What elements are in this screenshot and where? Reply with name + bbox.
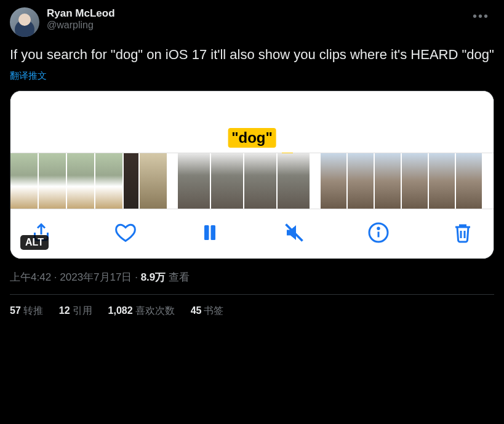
search-tag: "dog" xyxy=(228,128,276,148)
bookmarks-label: 书签 xyxy=(204,305,223,316)
clip-group-2[interactable] xyxy=(178,153,310,209)
video-frame xyxy=(95,153,122,209)
quotes-label: 引用 xyxy=(73,305,92,316)
avatar[interactable] xyxy=(10,7,39,37)
bookmarks-num: 45 xyxy=(191,305,202,316)
video-frame xyxy=(67,153,94,209)
mute-icon[interactable] xyxy=(282,220,306,245)
video-frame xyxy=(321,153,346,209)
date[interactable]: 2023年7月17日 xyxy=(60,271,132,283)
tweet-container: Ryan McLeod @warpling ••• If you search … xyxy=(0,0,504,325)
pause-icon[interactable] xyxy=(198,220,222,245)
video-frame xyxy=(402,153,428,209)
tweet-text: If you search for "dog" on iOS 17 it'll … xyxy=(10,46,494,64)
likes-label: 喜欢次数 xyxy=(135,305,175,316)
user-block: Ryan McLeod @warpling xyxy=(47,7,460,31)
retweets-num: 57 xyxy=(10,305,21,316)
clip-group-3[interactable] xyxy=(321,153,482,209)
info-icon[interactable] xyxy=(366,220,391,245)
svg-rect-1 xyxy=(211,225,216,240)
likes-num: 1,082 xyxy=(108,305,133,316)
translate-link[interactable]: 翻译推文 xyxy=(10,70,47,82)
video-frame xyxy=(39,153,66,209)
video-frame xyxy=(348,153,374,209)
quotes-num: 12 xyxy=(59,305,70,316)
trash-icon[interactable] xyxy=(450,220,475,245)
video-frame xyxy=(140,153,167,209)
quotes-stat[interactable]: 12引用 xyxy=(59,305,92,318)
tweet-header: Ryan McLeod @warpling ••• xyxy=(10,7,494,37)
svg-point-5 xyxy=(378,228,379,229)
clip-group-1[interactable] xyxy=(10,153,167,209)
views-number: 8.9万 xyxy=(141,271,166,283)
filmstrip[interactable] xyxy=(10,153,494,209)
video-frame xyxy=(244,153,276,209)
video-frame xyxy=(10,153,38,209)
video-frame xyxy=(278,153,310,209)
media-controls xyxy=(10,209,494,258)
meta-line: 上午4:42 · 2023年7月17日 · 8.9万 查看 xyxy=(10,270,494,284)
heart-icon[interactable] xyxy=(113,220,138,245)
views-label: 查看 xyxy=(169,271,190,283)
retweets-stat[interactable]: 57转推 xyxy=(10,305,43,318)
svg-rect-0 xyxy=(204,225,209,240)
media-card[interactable]: "dog" xyxy=(10,90,494,259)
likes-stat[interactable]: 1,082喜欢次数 xyxy=(108,305,175,318)
more-button[interactable]: ••• xyxy=(468,7,494,25)
video-frame xyxy=(178,153,210,209)
video-frame xyxy=(429,153,455,209)
retweets-label: 转推 xyxy=(23,305,43,316)
video-frame xyxy=(456,153,482,209)
stats-row: 57转推 12引用 1,082喜欢次数 45书签 xyxy=(10,295,494,318)
display-name[interactable]: Ryan McLeod xyxy=(47,7,460,20)
video-frame xyxy=(124,153,138,209)
time[interactable]: 上午4:42 xyxy=(10,271,51,283)
bookmarks-stat[interactable]: 45书签 xyxy=(191,305,224,318)
handle[interactable]: @warpling xyxy=(47,20,460,31)
alt-badge[interactable]: ALT xyxy=(20,235,49,250)
video-frame xyxy=(375,153,401,209)
media-top-area: "dog" xyxy=(10,91,494,153)
video-frame xyxy=(211,153,243,209)
